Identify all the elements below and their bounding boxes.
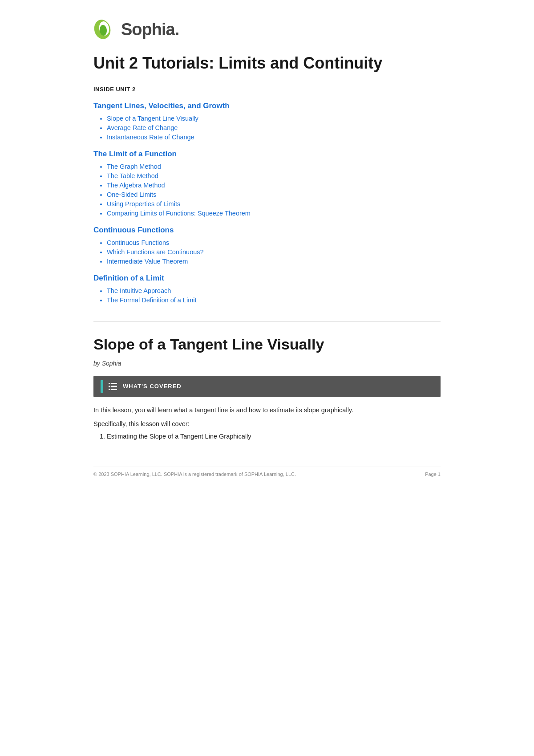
list-item[interactable]: Intermediate Value Theorem	[107, 258, 441, 265]
list-item[interactable]: Instantaneous Rate of Change	[107, 134, 441, 141]
list-item[interactable]: One-Sided Limits	[107, 191, 441, 198]
list-item[interactable]: The Graph Method	[107, 163, 441, 170]
list-item[interactable]: The Intuitive Approach	[107, 287, 441, 294]
sophia-logo-icon	[93, 18, 117, 41]
section-divider	[93, 321, 441, 322]
toc-section-heading-1: The Limit of a Function	[93, 150, 441, 159]
list-item[interactable]: Comparing Limits of Functions: Squeeze T…	[107, 210, 441, 217]
toc-section-heading-3: Definition of a Limit	[93, 274, 441, 283]
by-sophia: by Sophia	[93, 360, 441, 367]
svg-rect-3	[109, 383, 110, 384]
inside-unit-label: INSIDE UNIT 2	[93, 86, 441, 93]
list-item[interactable]: Average Rate of Change	[107, 124, 441, 131]
toc-list-0: Slope of a Tangent Line Visually Average…	[93, 115, 441, 141]
list-item[interactable]: The Table Method	[107, 172, 441, 179]
footer-page-number: Page 1	[425, 471, 441, 477]
toc-container: Tangent Lines, Velocities, and Growth Sl…	[93, 102, 441, 304]
footer-copyright: © 2023 SOPHIA Learning, LLC. SOPHIA is a…	[93, 471, 296, 477]
toc-list-3: The Intuitive Approach The Formal Defini…	[93, 287, 441, 304]
logo-text: Sophia.	[121, 20, 179, 39]
list-item[interactable]: Which Functions are Continuous?	[107, 248, 441, 256]
toc-section-heading-2: Continuous Functions	[93, 226, 441, 235]
lesson-topics-list: Estimating the Slope of a Tangent Line G…	[93, 433, 441, 440]
list-item[interactable]: Using Properties of Limits	[107, 200, 441, 207]
list-icon	[109, 382, 117, 390]
list-item[interactable]: Continuous Functions	[107, 239, 441, 246]
toc-section-heading-0: Tangent Lines, Velocities, and Growth	[93, 102, 441, 110]
lesson-topic-item: Estimating the Slope of a Tangent Line G…	[107, 433, 441, 440]
whats-covered-label: WHAT'S COVERED	[123, 383, 182, 390]
intro-text-2: Specifically, this lesson will cover:	[93, 419, 441, 429]
lesson-title: Slope of a Tangent Line Visually	[93, 335, 441, 354]
whats-covered-bar: WHAT'S COVERED	[93, 376, 441, 397]
toc-list-1: The Graph Method The Table Method The Al…	[93, 163, 441, 217]
svg-rect-4	[111, 383, 117, 384]
logo-area: Sophia.	[93, 18, 441, 41]
list-item[interactable]: The Formal Definition of a Limit	[107, 297, 441, 304]
page-footer: © 2023 SOPHIA Learning, LLC. SOPHIA is a…	[93, 467, 441, 477]
svg-rect-5	[109, 386, 110, 387]
intro-text-1: In this lesson, you will learn what a ta…	[93, 405, 441, 415]
teal-accent-bar	[101, 380, 103, 393]
svg-rect-6	[111, 386, 117, 387]
list-item[interactable]: The Algebra Method	[107, 182, 441, 189]
svg-rect-8	[111, 389, 117, 390]
toc-list-2: Continuous Functions Which Functions are…	[93, 239, 441, 265]
svg-rect-7	[109, 389, 110, 390]
list-item[interactable]: Slope of a Tangent Line Visually	[107, 115, 441, 122]
page-title: Unit 2 Tutorials: Limits and Continuity	[93, 53, 441, 73]
